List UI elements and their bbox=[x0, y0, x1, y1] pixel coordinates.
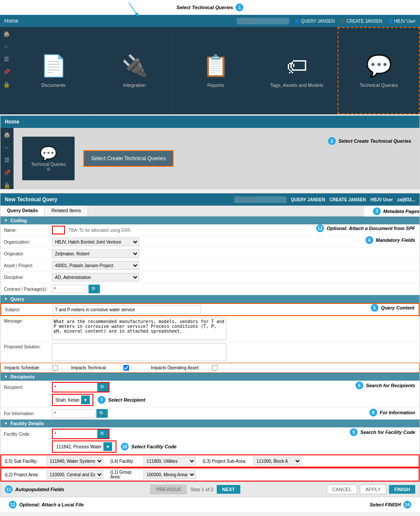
module-technical-queries[interactable]: 💬 Technical Queries bbox=[338, 27, 420, 114]
discipline-select[interactable]: AD, Administration bbox=[52, 273, 139, 282]
next-button[interactable]: NEXT bbox=[217, 485, 240, 494]
recipient-chip: Shah, Ketan ▼ bbox=[52, 394, 93, 406]
asset-select[interactable]: 40001, Potash Jansen Project bbox=[52, 261, 139, 270]
for-info-input[interactable] bbox=[52, 409, 96, 418]
impacts-schedule-checkbox[interactable] bbox=[52, 365, 58, 371]
module-reports[interactable]: 📋 Reports bbox=[175, 27, 256, 114]
s2-back-icon[interactable]: ← bbox=[4, 144, 10, 151]
l2-select[interactable]: 110000, Central and East h. bbox=[47, 470, 103, 479]
l5-select[interactable]: 111840, Water Systems bbox=[47, 457, 103, 465]
person-icon: 👤 bbox=[388, 19, 393, 24]
left-sidebar: 🏠 ← ☰ 📌 🔒 bbox=[0, 27, 13, 114]
annotation-10-group: 10 Select Facility Code bbox=[121, 443, 177, 451]
annotation-2-label: Select Create Technical Queries bbox=[338, 138, 411, 144]
l1-select[interactable]: 100000, Mining Areas bbox=[143, 470, 196, 479]
footer-left: 11 Autopopulated Fields bbox=[5, 485, 64, 493]
second-home-label: Home bbox=[5, 119, 19, 125]
prev-button[interactable]: PREVIOUS bbox=[150, 485, 187, 494]
form-header: New Technical Query QUERY JANSEN CREATE … bbox=[0, 193, 420, 206]
impacts-operating-checkbox[interactable] bbox=[212, 365, 218, 371]
annotation-11-label: Autopopulated Fields bbox=[15, 487, 64, 492]
apply-button[interactable]: APPLY bbox=[360, 485, 386, 494]
create-user-badge: ➕ CREATE JANSEN bbox=[340, 19, 382, 24]
annotation-12-bubble: 12 bbox=[316, 224, 324, 232]
contract-input[interactable] bbox=[52, 285, 87, 293]
coding-section-header[interactable]: Coding bbox=[0, 217, 420, 224]
home-section-1: Home 👤 QUERY JANSEN ➕ CREATE JANSEN 👤 HB… bbox=[0, 15, 420, 114]
s2-pin-icon[interactable]: 📌 bbox=[3, 169, 10, 176]
back-icon[interactable]: ← bbox=[4, 43, 10, 50]
contract-search-btn[interactable]: 🔍 bbox=[89, 285, 100, 293]
subject-input[interactable] bbox=[53, 305, 201, 314]
annotation-13-bubble: 13 bbox=[9, 501, 17, 509]
annotation-2-group: 2 Select Create Technical Queries bbox=[328, 137, 411, 145]
tab-query-details[interactable]: Query Details bbox=[0, 206, 45, 216]
annotation-1-label: Select Technical Queries bbox=[177, 5, 233, 10]
query-section-header[interactable]: Query bbox=[0, 295, 420, 303]
annotation-3-bubble: 3 bbox=[373, 207, 381, 215]
step-label: Step 1 of 2 bbox=[190, 487, 213, 492]
cancel-button[interactable]: CANCEL bbox=[327, 485, 358, 494]
impacts-technical-checkbox[interactable] bbox=[123, 365, 129, 371]
home-sidebar-icon[interactable]: 🏠 bbox=[3, 31, 10, 37]
svg-line-0 bbox=[129, 3, 137, 15]
second-sidebar: 🏠 ← ☰ 📌 🔒 bbox=[0, 128, 14, 189]
finish-button[interactable]: FINISH bbox=[389, 485, 415, 494]
second-home-bar: Home bbox=[0, 116, 420, 128]
search-input[interactable] bbox=[237, 18, 289, 24]
tab-related-items[interactable]: Related Items bbox=[45, 206, 88, 216]
impacts-row: Impacts Schedule: Impacts Technical: Imp… bbox=[0, 363, 420, 373]
annotation-14-bubble: 14 bbox=[403, 501, 411, 509]
pin-icon[interactable]: 📌 bbox=[3, 69, 10, 75]
recipient-chip-row: Shah, Ketan ▼ 7 Select Recipient bbox=[4, 394, 416, 406]
facility-code-input[interactable] bbox=[53, 430, 96, 438]
recipient-search-group: 🔍 bbox=[52, 382, 109, 392]
s2-lock-icon[interactable]: 🔒 bbox=[3, 182, 10, 189]
query-section-label: Query bbox=[10, 296, 24, 302]
name-row: Name: TBA: To be allocated using ENS 12 … bbox=[0, 224, 420, 236]
facility-search-btn[interactable]: 🔍 bbox=[97, 430, 109, 438]
form-user-id: zalj933... bbox=[397, 197, 415, 202]
menu-icon[interactable]: ☰ bbox=[4, 56, 9, 62]
tq-card[interactable]: 💬 Technical Queries ⚙ bbox=[22, 137, 75, 180]
form-search-input[interactable] bbox=[234, 196, 287, 203]
annotation-11-bubble: 11 bbox=[5, 485, 13, 493]
form-hbjv-user: HBJV User bbox=[370, 197, 393, 202]
form-header-right: QUERY JANSEN CREATE JANSEN HBJV User zal… bbox=[234, 196, 415, 203]
for-info-search-btn[interactable]: 🔍 bbox=[96, 409, 108, 418]
recipients-label: Recipients bbox=[10, 374, 35, 379]
create-tq-button[interactable]: Select Create Technical Queries bbox=[83, 150, 174, 167]
module-documents[interactable]: 📄 Documents bbox=[13, 27, 94, 114]
tags-icon: 🏷 bbox=[287, 54, 307, 78]
facility-section-header[interactable]: Facility Details bbox=[0, 420, 420, 427]
recipient-dropdown-btn[interactable]: ▼ bbox=[81, 396, 90, 404]
recipient-search-input[interactable] bbox=[53, 383, 96, 392]
annotation-1-bubble: 1 bbox=[236, 3, 243, 11]
recipients-section-header[interactable]: Recipients bbox=[0, 373, 420, 381]
s2-menu-icon[interactable]: ☰ bbox=[4, 157, 10, 163]
annotation-8-label: For Information bbox=[380, 410, 415, 415]
facility-dropdown-btn[interactable]: ▼ bbox=[103, 442, 112, 451]
message-textarea[interactable]: What are the recommended manufacturers, … bbox=[52, 317, 226, 340]
module-tags[interactable]: 🏷 Tags, Assets and Models bbox=[256, 27, 338, 114]
recipient-search-btn[interactable]: 🔍 bbox=[97, 383, 109, 392]
org-label: Organization: bbox=[4, 240, 52, 244]
l4-label: (L4) Facility: bbox=[110, 459, 141, 464]
module-integration[interactable]: 🔌 Integration bbox=[94, 27, 175, 114]
originator-select[interactable]: Zeljmaker, Robert bbox=[52, 249, 139, 258]
l3-select[interactable]: 111000, Block A bbox=[253, 457, 301, 465]
recipient-row: Recipient: 🔍 6 Search for Recipients bbox=[4, 382, 416, 392]
org-select[interactable]: HBJV, Hatch Bontrel Joint Venture bbox=[52, 237, 139, 246]
create-icon: ➕ bbox=[340, 19, 345, 24]
annotation-4-bubble: 4 bbox=[365, 236, 373, 244]
recipient-label: Recipient: bbox=[4, 385, 52, 390]
l4-select[interactable]: 111800, Utilities bbox=[143, 457, 196, 465]
annotation-5-label: Query Content bbox=[381, 305, 414, 310]
tq-label: Technical Queries bbox=[360, 83, 398, 88]
s2-home-icon[interactable]: 🏠 bbox=[3, 131, 10, 138]
name-input[interactable] bbox=[52, 226, 65, 234]
proposed-textarea[interactable] bbox=[52, 343, 226, 361]
form-query-user: QUERY JANSEN bbox=[291, 197, 325, 202]
annotation-13-group: 13 Optional: Attach a Local File bbox=[9, 501, 84, 509]
lock-icon[interactable]: 🔒 bbox=[3, 81, 10, 88]
